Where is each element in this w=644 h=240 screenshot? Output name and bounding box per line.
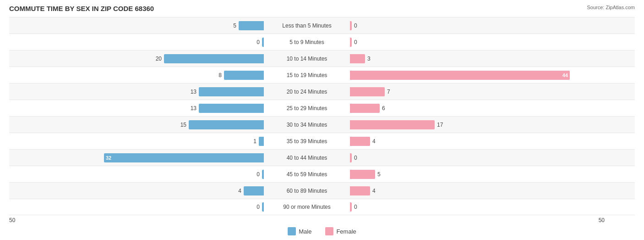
female-value: 3 [367, 56, 377, 62]
legend-female: Female [325, 227, 356, 235]
female-bar [350, 186, 370, 195]
male-bar [164, 54, 264, 63]
male-value: 1 [247, 138, 257, 145]
male-value: 13 [187, 105, 196, 112]
right-section: 6 [348, 100, 605, 116]
male-bar: 32 [104, 153, 264, 162]
left-section: 0 [9, 166, 266, 182]
female-value: 0 [354, 155, 363, 161]
male-value: 0 [251, 171, 260, 178]
male-value: 0 [251, 39, 260, 45]
female-value: 5 [377, 171, 387, 178]
male-value: 15 [177, 122, 186, 128]
table-row: 5 Less than 5 Minutes 0 [9, 17, 635, 33]
female-value: 4 [372, 188, 382, 194]
left-section: 8 [9, 67, 266, 83]
male-bar [189, 120, 264, 129]
female-bar-container: 0 [350, 202, 605, 212]
female-bar-container: 6 [350, 103, 605, 113]
male-bar-container: 8 [9, 70, 264, 80]
row-label: 90 or more Minutes [266, 204, 348, 210]
male-bar-container: 4 [9, 186, 264, 196]
male-value: 13 [187, 89, 196, 95]
row-label: 25 to 29 Minutes [266, 105, 348, 112]
female-bar-container: 44 [350, 70, 605, 80]
female-bar-container: 17 [350, 120, 605, 130]
row-label: 35 to 39 Minutes [266, 138, 348, 145]
male-value: 5 [227, 22, 236, 29]
table-row: 13 25 to 29 Minutes 6 [9, 100, 635, 116]
male-bar [239, 21, 264, 30]
female-bar [350, 54, 365, 63]
axis-right-label: 50 [348, 217, 605, 223]
table-row: 13 20 to 24 Minutes 7 [9, 83, 635, 100]
male-bar-container: 15 [9, 120, 264, 130]
legend-male: Male [288, 227, 311, 235]
female-bar-container: 3 [350, 54, 605, 64]
female-value: 7 [387, 89, 396, 95]
left-section: 1 [9, 133, 266, 149]
right-section: 0 [348, 17, 605, 33]
female-value: 4 [372, 138, 382, 145]
male-value: 20 [153, 56, 162, 62]
legend-male-color [288, 227, 296, 235]
female-bar-container: 4 [350, 136, 605, 146]
male-bar [259, 137, 264, 146]
axis-left-label: 50 [9, 217, 266, 223]
left-section: 32 [9, 150, 266, 166]
female-bar-container: 7 [350, 87, 605, 97]
table-row: 1 35 to 39 Minutes 4 [9, 133, 635, 149]
female-bar [350, 38, 352, 47]
male-bar [262, 170, 264, 179]
male-bar [244, 186, 264, 195]
right-section: 17 [348, 117, 605, 133]
right-section: 7 [348, 84, 605, 100]
female-bar [350, 21, 352, 30]
left-section: 4 [9, 183, 266, 199]
left-section: 15 [9, 117, 266, 133]
table-row: 20 10 to 14 Minutes 3 [9, 50, 635, 67]
female-value: 6 [382, 105, 391, 112]
left-section: 0 [9, 199, 266, 215]
right-section: 4 [348, 183, 605, 199]
row-label: 5 to 9 Minutes [266, 39, 348, 45]
female-bar [350, 137, 370, 146]
female-bar [350, 120, 435, 129]
row-label: 45 to 59 Minutes [266, 171, 348, 178]
chart-title: COMMUTE TIME BY SEX IN ZIP CODE 68360 [9, 5, 154, 12]
male-bar-container: 5 [9, 21, 264, 31]
female-bar [350, 87, 385, 96]
female-bar-container: 0 [350, 153, 605, 163]
male-bar [262, 202, 264, 212]
right-section: 44 [348, 67, 605, 83]
female-value: 0 [354, 22, 363, 29]
male-bar-container: 0 [9, 202, 264, 212]
legend-female-color [325, 227, 333, 235]
row-label: 30 to 34 Minutes [266, 122, 348, 128]
table-row: 0 90 or more Minutes 0 [9, 199, 635, 215]
male-bar-container: 0 [9, 37, 264, 47]
row-label: 20 to 24 Minutes [266, 89, 348, 95]
row-label: Less than 5 Minutes [266, 22, 348, 29]
right-section: 0 [348, 34, 605, 50]
row-label: 40 to 44 Minutes [266, 155, 348, 161]
table-row: 4 60 to 89 Minutes 4 [9, 182, 635, 199]
source-label: Source: ZipAtlas.com [587, 5, 635, 10]
table-row: 32 40 to 44 Minutes 0 [9, 149, 635, 166]
female-value: 17 [437, 122, 446, 128]
male-bar [199, 87, 264, 96]
table-row: 0 5 to 9 Minutes 0 [9, 33, 635, 50]
male-bar-container: 13 [9, 87, 264, 97]
row-label: 10 to 14 Minutes [266, 56, 348, 62]
female-bar [350, 104, 380, 113]
female-bar-container: 4 [350, 186, 605, 196]
female-bar [350, 202, 352, 212]
female-bar-container: 5 [350, 169, 605, 179]
male-bar [199, 104, 264, 113]
female-value: 0 [354, 39, 363, 45]
legend-male-label: Male [299, 228, 311, 235]
male-bar-container: 0 [9, 169, 264, 179]
left-section: 13 [9, 84, 266, 100]
legend-female-label: Female [336, 228, 356, 235]
left-section: 20 [9, 50, 266, 67]
